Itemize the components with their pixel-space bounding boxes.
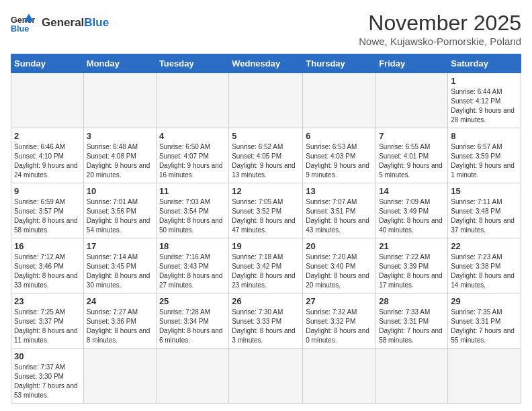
day-number: 4 xyxy=(159,131,226,141)
weekday-header-monday: Monday xyxy=(83,54,156,73)
weekday-header-row: SundayMondayTuesdayWednesdayThursdayFrid… xyxy=(11,54,521,73)
day-info: Sunrise: 6:53 AM Sunset: 4:03 PM Dayligh… xyxy=(306,142,373,180)
weekday-header-friday: Friday xyxy=(376,54,448,73)
day-number: 30 xyxy=(14,351,81,361)
week-row-2: 2Sunrise: 6:46 AM Sunset: 4:10 PM Daylig… xyxy=(11,128,521,183)
day-number: 22 xyxy=(451,241,518,251)
calendar-cell: 9Sunrise: 6:59 AM Sunset: 3:57 PM Daylig… xyxy=(11,183,84,238)
day-number: 9 xyxy=(14,186,81,196)
day-info: Sunrise: 7:16 AM Sunset: 3:43 PM Dayligh… xyxy=(159,253,226,290)
day-number: 15 xyxy=(451,186,518,196)
day-number: 10 xyxy=(87,186,153,196)
calendar-cell xyxy=(376,349,448,404)
title-block: November 2025 Nowe, Kujawsko-Pomorskie, … xyxy=(359,11,521,47)
day-info: Sunrise: 7:05 AM Sunset: 3:52 PM Dayligh… xyxy=(232,197,300,235)
calendar-cell: 13Sunrise: 7:07 AM Sunset: 3:51 PM Dayli… xyxy=(303,183,376,238)
week-row-4: 16Sunrise: 7:12 AM Sunset: 3:46 PM Dayli… xyxy=(11,238,521,293)
calendar-cell: 23Sunrise: 7:25 AM Sunset: 3:37 PM Dayli… xyxy=(11,293,84,349)
day-info: Sunrise: 6:44 AM Sunset: 4:12 PM Dayligh… xyxy=(451,87,518,125)
day-number: 7 xyxy=(379,131,445,141)
day-info: Sunrise: 7:32 AM Sunset: 3:32 PM Dayligh… xyxy=(306,308,373,345)
day-number: 25 xyxy=(159,296,226,306)
calendar-cell: 15Sunrise: 7:11 AM Sunset: 3:48 PM Dayli… xyxy=(448,183,521,238)
day-info: Sunrise: 7:35 AM Sunset: 3:31 PM Dayligh… xyxy=(451,308,518,345)
calendar-cell: 10Sunrise: 7:01 AM Sunset: 3:56 PM Dayli… xyxy=(83,183,156,238)
calendar-cell xyxy=(83,73,156,128)
day-info: Sunrise: 6:57 AM Sunset: 3:59 PM Dayligh… xyxy=(451,142,518,180)
day-info: Sunrise: 7:28 AM Sunset: 3:34 PM Dayligh… xyxy=(159,308,226,345)
week-row-6: 30Sunrise: 7:37 AM Sunset: 3:30 PM Dayli… xyxy=(11,349,521,404)
week-row-3: 9Sunrise: 6:59 AM Sunset: 3:57 PM Daylig… xyxy=(11,183,521,238)
day-info: Sunrise: 7:22 AM Sunset: 3:39 PM Dayligh… xyxy=(379,253,445,290)
day-info: Sunrise: 6:59 AM Sunset: 3:57 PM Dayligh… xyxy=(14,197,81,235)
calendar-cell: 28Sunrise: 7:33 AM Sunset: 3:31 PM Dayli… xyxy=(376,293,448,349)
calendar-cell xyxy=(156,349,228,404)
calendar-cell: 14Sunrise: 7:09 AM Sunset: 3:49 PM Dayli… xyxy=(376,183,448,238)
day-number: 5 xyxy=(232,131,300,141)
day-info: Sunrise: 7:07 AM Sunset: 3:51 PM Dayligh… xyxy=(306,197,373,235)
day-info: Sunrise: 6:50 AM Sunset: 4:07 PM Dayligh… xyxy=(159,142,226,180)
day-info: Sunrise: 7:27 AM Sunset: 3:36 PM Dayligh… xyxy=(87,308,153,345)
day-info: Sunrise: 7:37 AM Sunset: 3:30 PM Dayligh… xyxy=(14,363,81,400)
weekday-header-wednesday: Wednesday xyxy=(229,54,303,73)
day-number: 11 xyxy=(159,186,226,196)
logo: General Blue GeneralBlue xyxy=(11,11,109,35)
location-title: Nowe, Kujawsko-Pomorskie, Poland xyxy=(359,36,521,47)
day-number: 17 xyxy=(87,241,153,251)
day-info: Sunrise: 7:01 AM Sunset: 3:56 PM Dayligh… xyxy=(87,197,153,235)
day-number: 24 xyxy=(87,296,153,306)
calendar-cell: 6Sunrise: 6:53 AM Sunset: 4:03 PM Daylig… xyxy=(303,128,376,183)
day-number: 28 xyxy=(379,296,445,306)
calendar-cell: 7Sunrise: 6:55 AM Sunset: 4:01 PM Daylig… xyxy=(376,128,448,183)
calendar-cell: 24Sunrise: 7:27 AM Sunset: 3:36 PM Dayli… xyxy=(83,293,156,349)
calendar-cell xyxy=(83,349,156,404)
calendar-cell: 30Sunrise: 7:37 AM Sunset: 3:30 PM Dayli… xyxy=(11,349,84,404)
calendar-cell: 25Sunrise: 7:28 AM Sunset: 3:34 PM Dayli… xyxy=(156,293,228,349)
calendar-cell xyxy=(448,349,521,404)
day-info: Sunrise: 7:20 AM Sunset: 3:40 PM Dayligh… xyxy=(306,253,373,290)
calendar-cell: 4Sunrise: 6:50 AM Sunset: 4:07 PM Daylig… xyxy=(156,128,228,183)
day-number: 20 xyxy=(306,241,373,251)
day-number: 12 xyxy=(232,186,300,196)
day-number: 26 xyxy=(232,296,300,306)
calendar-cell: 27Sunrise: 7:32 AM Sunset: 3:32 PM Dayli… xyxy=(303,293,376,349)
day-number: 13 xyxy=(306,186,373,196)
day-info: Sunrise: 7:03 AM Sunset: 3:54 PM Dayligh… xyxy=(159,197,226,235)
calendar-cell: 19Sunrise: 7:18 AM Sunset: 3:42 PM Dayli… xyxy=(229,238,303,293)
day-number: 1 xyxy=(451,76,518,86)
day-info: Sunrise: 6:52 AM Sunset: 4:05 PM Dayligh… xyxy=(232,142,300,180)
week-row-1: 1Sunrise: 6:44 AM Sunset: 4:12 PM Daylig… xyxy=(11,73,521,128)
calendar-cell: 12Sunrise: 7:05 AM Sunset: 3:52 PM Dayli… xyxy=(229,183,303,238)
day-info: Sunrise: 7:23 AM Sunset: 3:38 PM Dayligh… xyxy=(451,253,518,290)
week-row-5: 23Sunrise: 7:25 AM Sunset: 3:37 PM Dayli… xyxy=(11,293,521,349)
day-number: 21 xyxy=(379,241,445,251)
day-info: Sunrise: 7:12 AM Sunset: 3:46 PM Dayligh… xyxy=(14,253,81,290)
day-info: Sunrise: 7:18 AM Sunset: 3:42 PM Dayligh… xyxy=(232,253,300,290)
day-info: Sunrise: 7:09 AM Sunset: 3:49 PM Dayligh… xyxy=(379,197,445,235)
calendar-cell: 17Sunrise: 7:14 AM Sunset: 3:45 PM Dayli… xyxy=(83,238,156,293)
day-number: 6 xyxy=(306,131,373,141)
calendar-table: SundayMondayTuesdayWednesdayThursdayFrid… xyxy=(11,54,521,404)
calendar-cell xyxy=(303,349,376,404)
calendar-cell: 1Sunrise: 6:44 AM Sunset: 4:12 PM Daylig… xyxy=(448,73,521,128)
calendar-cell: 11Sunrise: 7:03 AM Sunset: 3:54 PM Dayli… xyxy=(156,183,228,238)
weekday-header-tuesday: Tuesday xyxy=(156,54,228,73)
calendar-cell: 16Sunrise: 7:12 AM Sunset: 3:46 PM Dayli… xyxy=(11,238,84,293)
calendar-cell: 3Sunrise: 6:48 AM Sunset: 4:08 PM Daylig… xyxy=(83,128,156,183)
day-number: 23 xyxy=(14,296,81,306)
calendar-cell: 20Sunrise: 7:20 AM Sunset: 3:40 PM Dayli… xyxy=(303,238,376,293)
weekday-header-sunday: Sunday xyxy=(11,54,84,73)
day-number: 8 xyxy=(451,131,518,141)
day-info: Sunrise: 7:25 AM Sunset: 3:37 PM Dayligh… xyxy=(14,308,81,345)
calendar-cell: 22Sunrise: 7:23 AM Sunset: 3:38 PM Dayli… xyxy=(448,238,521,293)
day-info: Sunrise: 6:46 AM Sunset: 4:10 PM Dayligh… xyxy=(14,142,81,180)
weekday-header-thursday: Thursday xyxy=(303,54,376,73)
day-number: 27 xyxy=(306,296,373,306)
calendar-cell xyxy=(229,349,303,404)
calendar-cell xyxy=(11,73,84,128)
calendar-cell: 18Sunrise: 7:16 AM Sunset: 3:43 PM Dayli… xyxy=(156,238,228,293)
day-info: Sunrise: 7:14 AM Sunset: 3:45 PM Dayligh… xyxy=(87,253,153,290)
day-number: 2 xyxy=(14,131,81,141)
calendar-cell xyxy=(303,73,376,128)
calendar-cell: 2Sunrise: 6:46 AM Sunset: 4:10 PM Daylig… xyxy=(11,128,84,183)
